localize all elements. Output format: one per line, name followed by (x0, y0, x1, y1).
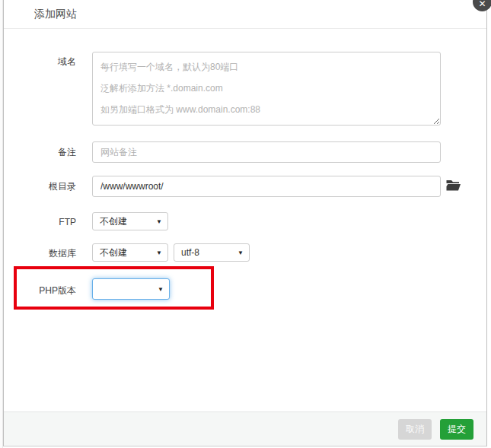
domain-textarea[interactable] (92, 52, 441, 126)
add-site-modal: 添加网站 域名 备注 根目录 FTP 不创建 ▼ 数据库 不创建 ▼ (3, 0, 487, 446)
caret-down-icon: ▼ (158, 286, 164, 293)
database-select-value: 不创建 (100, 246, 127, 259)
root-dir-label: 根目录 (15, 180, 76, 192)
modal-footer: 取消 提交 (4, 411, 486, 446)
charset-select[interactable]: utf-8 ▼ (174, 243, 250, 262)
domain-label: 域名 (15, 56, 76, 68)
screen: 添加网站 域名 备注 根目录 FTP 不创建 ▼ 数据库 不创建 ▼ (0, 0, 491, 448)
folder-icon (446, 180, 461, 191)
modal-title: 添加网站 (34, 8, 77, 21)
submit-button[interactable]: 提交 (440, 419, 473, 440)
caret-down-icon: ▼ (156, 218, 162, 225)
ftp-label: FTP (15, 216, 76, 228)
php-version-select[interactable]: ▼ (92, 278, 170, 300)
remark-input[interactable] (92, 141, 441, 163)
php-version-label: PHP版本 (15, 284, 76, 297)
browse-folder-button[interactable] (445, 177, 461, 192)
caret-down-icon: ▼ (238, 249, 244, 256)
modal-header: 添加网站 (4, 0, 486, 29)
root-dir-input[interactable] (92, 176, 441, 197)
database-label: 数据库 (15, 247, 76, 259)
ftp-select[interactable]: 不创建 ▼ (92, 212, 168, 230)
ftp-select-value: 不创建 (100, 215, 127, 228)
charset-select-value: utf-8 (181, 247, 199, 258)
database-select[interactable]: 不创建 ▼ (92, 243, 168, 262)
remark-label: 备注 (15, 146, 76, 158)
cancel-button[interactable]: 取消 (398, 419, 432, 440)
caret-down-icon: ▼ (156, 249, 162, 256)
close-icon: ✕ (478, 0, 486, 8)
